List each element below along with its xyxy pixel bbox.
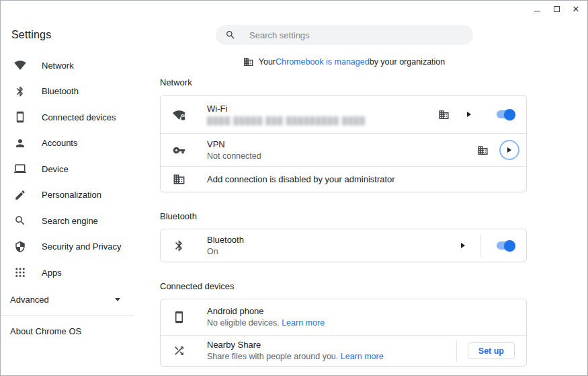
chevron-right-icon[interactable] [461,243,465,248]
wifi-row[interactable]: Wi-Fi ████ █████ ███ █████████ ████ [161,96,526,133]
laptop-icon [14,163,26,175]
sidebar-item-network[interactable]: Network [1,52,134,79]
vpn-text: VPN Not connected [207,139,261,161]
managed-policy-icon [173,173,185,186]
bluetooth-section-header: Bluetooth [160,211,527,221]
managed-policy-icon [438,109,450,120]
connected-devices-section-header: Connected devices [160,281,527,291]
person-icon [14,137,26,149]
sidebar-item-device[interactable]: Device [1,156,134,182]
setup-button[interactable]: Set up [468,342,515,359]
android-phone-title: Android phone [207,306,325,317]
sidebar-item-label: Network [42,61,74,71]
shield-icon [14,241,26,253]
android-phone-text: Android phone No eligible devices. Learn… [207,306,325,328]
maximize-icon [554,6,560,12]
vpn-row-controls [477,140,519,160]
section-connected-devices: Connected devices Android phone No eligi… [160,281,527,367]
nearby-learn-more-link[interactable]: Learn more [341,352,384,361]
wifi-row-controls [438,109,515,120]
android-phone-status: No eligible devices. [207,318,282,328]
sidebar-nav: Network Bluetooth Connected devices Acco… [1,52,134,343]
bluetooth-toggle[interactable] [497,241,515,250]
wifi-network-name-redacted: ████ █████ ███ █████████ ████ [207,115,366,126]
titlebar: ✕ [1,1,587,17]
sidebar-item-security-privacy[interactable]: Security and Privacy [1,234,134,260]
sidebar-item-connected-devices[interactable]: Connected devices [1,104,134,130]
sidebar-item-advanced[interactable]: Advanced [1,289,134,311]
sidebar-item-label: Device [42,164,69,174]
vpn-expand-button[interactable] [499,140,519,160]
vpn-status: Not connected [207,151,261,161]
minimize-icon [534,11,540,11]
network-card: Wi-Fi ████ █████ ███ █████████ ████ VPN … [160,95,527,192]
managed-link[interactable]: Chromebook is managed [276,57,370,67]
bluetooth-status: On [207,246,244,257]
sidebar-item-accounts[interactable]: Accounts [1,130,134,157]
sidebar-item-label: Accounts [42,138,77,148]
sidebar-item-label: Bluetooth [42,86,79,96]
main-content: Network Wi-Fi ████ █████ ███ █████████ █… [160,73,527,367]
bluetooth-title: Bluetooth [207,235,244,246]
sidebar-item-bluetooth[interactable]: Bluetooth [1,79,134,105]
bluetooth-row[interactable]: Bluetooth On [161,229,526,262]
chevron-right-icon[interactable] [467,112,471,117]
minimize-button[interactable] [533,5,541,13]
add-connection-row: Add connection is disabled by your admin… [161,166,526,192]
nearby-share-subtitle: Share files with people around you. Lear… [207,351,384,362]
android-phone-subtitle: No eligible devices. Learn more [207,317,325,328]
section-bluetooth: Bluetooth Bluetooth On [160,211,527,262]
about-label: About Chrome OS [10,326,81,336]
search-input[interactable] [249,30,465,40]
sidebar-item-label: Personalization [42,190,101,200]
managed-text-prefix: Your [259,57,276,67]
wifi-icon [14,59,26,71]
chevron-right-icon [507,147,511,153]
search-bar[interactable] [216,25,473,45]
key-icon [173,144,185,157]
smartphone-icon [14,111,26,123]
nearby-share-row[interactable]: Nearby Share Share files with people aro… [161,335,526,366]
add-connection-disabled-text: Add connection is disabled by your admin… [207,174,395,184]
maximize-button[interactable] [552,5,560,13]
vertical-divider [456,340,457,362]
network-section-header: Network [160,77,527,87]
settings-window: ✕ Settings Network Bluetooth Connected d… [0,0,588,376]
wifi-text: Wi-Fi ████ █████ ███ █████████ ████ [207,104,366,126]
sidebar-item-label: Apps [42,268,62,278]
sidebar-item-label: Connected devices [42,112,116,122]
sidebar: Settings Network Bluetooth Connected dev… [1,17,134,375]
sidebar-item-search-engine[interactable]: Search engine [1,208,134,234]
vpn-row[interactable]: VPN Not connected [161,133,526,166]
sidebar-item-about-chrome-os[interactable]: About Chrome OS [1,320,134,343]
vpn-title: VPN [207,139,261,150]
apps-icon [14,266,26,278]
page-title: Settings [11,29,51,41]
managed-policy-icon [477,145,489,156]
nearby-share-title: Nearby Share [207,340,384,350]
wifi-toggle[interactable] [497,110,515,118]
android-phone-row[interactable]: Android phone No eligible devices. Learn… [161,299,526,335]
close-button[interactable]: ✕ [572,5,580,13]
organization-icon [243,57,254,67]
sidebar-item-label: Security and Privacy [42,241,122,252]
bluetooth-row-controls [461,229,515,262]
pen-icon [14,189,26,201]
bluetooth-icon [173,239,185,252]
sidebar-divider [1,315,134,316]
bluetooth-icon [14,85,26,98]
vertical-divider [480,234,481,257]
section-network: Network Wi-Fi ████ █████ ███ █████████ █… [160,77,527,192]
sidebar-item-apps[interactable]: Apps [1,260,134,286]
nearby-share-desc: Share files with people around you. [207,352,341,361]
search-icon [225,30,236,40]
search-icon [14,215,26,227]
nearby-share-text: Nearby Share Share files with people aro… [207,340,384,362]
sidebar-item-personalization[interactable]: Personalization [1,182,134,209]
connected-devices-card: Android phone No eligible devices. Learn… [160,299,527,367]
wifi-lock-icon [173,108,185,121]
chevron-down-icon [115,298,120,301]
android-learn-more-link[interactable]: Learn more [282,318,325,328]
advanced-label: Advanced [10,295,49,305]
bluetooth-text: Bluetooth On [207,235,244,257]
